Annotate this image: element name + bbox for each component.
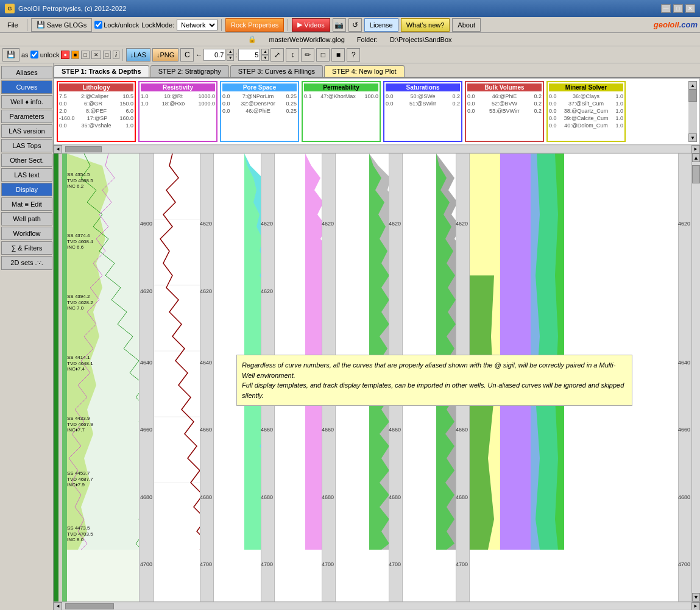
fill-tool[interactable]: ■ (331, 48, 345, 62)
red-btn[interactable]: ● (61, 51, 69, 59)
bottom-h-thumb[interactable] (65, 603, 114, 609)
sidebar-item-las-tops[interactable]: LAS Tops (1, 139, 52, 152)
scroll-down-btn[interactable]: ▼ (692, 593, 700, 601)
unlock-checkbox2[interactable] (30, 51, 38, 59)
sidebar-item-las-text[interactable]: LAS text (1, 168, 52, 182)
scroll-track[interactable] (692, 162, 700, 593)
bottom-h-left[interactable]: ◄ (54, 602, 62, 611)
menu-file[interactable]: File (2, 20, 23, 30)
sidebar-item-aliases[interactable]: Aliases (1, 66, 52, 79)
tab-step4[interactable]: STEP 4: New log Plot (324, 65, 405, 77)
arrow-label: ← (196, 51, 202, 59)
orange-btn2[interactable]: ■ (71, 51, 79, 59)
well-shot-3: SS 4394.2TVD 4628.2INC 7.0 (67, 294, 93, 311)
videos-button[interactable]: ▶ Videos (292, 18, 330, 32)
h-scroll-thumb[interactable] (65, 146, 102, 152)
h-scroll-track[interactable] (62, 146, 691, 152)
help-btn[interactable]: ? (347, 48, 360, 62)
scroll-up-btn[interactable]: ▲ (692, 154, 700, 162)
save-glogs-button[interactable]: 💾 Save GLOGs (31, 18, 92, 32)
pencil-tool[interactable]: ✏ (301, 48, 314, 62)
folder-path: D:\Projects\SandBox (390, 36, 452, 43)
depth-4660: 4660 (140, 427, 152, 433)
lockmode-label: LockMode: (141, 21, 174, 29)
zoom-tool[interactable]: ⤢ (270, 48, 284, 62)
scroll-thumb[interactable] (688, 90, 697, 102)
scroll-track[interactable] (688, 90, 697, 133)
sidebar-item-well-path[interactable]: Well path (1, 212, 52, 225)
sidebar-item-workflow[interactable]: Workflow (1, 227, 52, 240)
depth-from-input[interactable] (203, 49, 225, 61)
about-button[interactable]: About (452, 18, 481, 32)
minimize-button[interactable]: — (661, 4, 671, 13)
whats-new-button[interactable]: What's new? (401, 18, 450, 32)
lock-unlock-checkbox[interactable] (94, 21, 102, 29)
depth-to-input[interactable] (238, 49, 260, 61)
header-scrollbar[interactable]: ▲ ▼ (688, 81, 697, 142)
sidebar-item-parameters[interactable]: Parameters (1, 110, 52, 123)
from-up[interactable]: ▲ (227, 49, 234, 55)
tab-step3[interactable]: STEP 3: Curves & Fillings (230, 65, 323, 77)
camera-button[interactable]: 📷 (333, 18, 346, 32)
sidebar-item-other-sect[interactable]: Other Sect. (1, 154, 52, 167)
sidebar-item-filters[interactable]: ∑ & Filters (1, 241, 52, 255)
right-scrollbar[interactable]: ▲ ▼ (691, 154, 700, 601)
to-up[interactable]: ▲ (261, 49, 269, 55)
sidebar-item-mat-edit[interactable]: Mat ≡ Edit (1, 197, 52, 211)
curve-row: 0.147:@KhorMax100.0 (304, 93, 378, 100)
curve-row: 0.040:@Dolom_Cum1.0 (549, 122, 623, 129)
logo: geoloil.com (654, 20, 698, 29)
sidebar-item-2d-sets[interactable]: 2D sets .∵. (1, 256, 52, 270)
app-icon: G (5, 4, 15, 13)
track-header-lithology: Lithology 7.52:@Caliper10.5 0.06:@GR150.… (57, 81, 136, 142)
maximize-button[interactable]: □ (673, 4, 683, 13)
sidebar-item-las-version[interactable]: LAS version (1, 124, 52, 138)
gray-btn[interactable]: □ (81, 51, 89, 59)
h-scrollbar[interactable]: ◄ ► (54, 145, 700, 154)
lithology-track: SS 4354.5TVD 4568.5INC 6.2 SS 4374.4TVD … (54, 154, 154, 601)
sidebar-item-curves[interactable]: Curves (1, 80, 52, 94)
scroll-down-arrow[interactable]: ▼ (688, 133, 697, 142)
track-header-bulk-volumes: Bulk Volumes 0.046:@PhiE0.2 0.052:@BVW0.… (465, 81, 544, 142)
scroll-up-arrow[interactable]: ▲ (688, 81, 697, 90)
sidebar-item-display[interactable]: Display (1, 183, 52, 196)
save-icon: 💾 (37, 21, 45, 29)
refresh-button[interactable]: ↺ (348, 18, 362, 32)
sidebar-item-well-info[interactable]: Well ♦ info. (1, 95, 52, 108)
lockmode-select[interactable]: Network Local Cloud (177, 19, 217, 31)
depth-strip-resist: 4620 4620 4640 4660 4680 4700 (200, 154, 213, 601)
close-button[interactable]: ✕ (685, 4, 695, 13)
x-btn[interactable]: ✕ (91, 51, 101, 59)
license-button[interactable]: License (364, 18, 398, 32)
tab-step1[interactable]: STEP 1: Tracks & Depths (54, 65, 149, 77)
scroll-thumb[interactable] (692, 165, 700, 183)
curve-row: 0.07:@NPorLim0.25 (222, 93, 297, 100)
h-scroll-left[interactable]: ◄ (54, 145, 62, 154)
las-download-btn[interactable]: ↓LAS (126, 48, 150, 62)
png-download-btn[interactable]: ↓PNG (152, 48, 179, 62)
c-button[interactable]: C (180, 48, 194, 62)
move-tool[interactable]: ↕ (286, 48, 299, 62)
bottom-h-scrollbar[interactable]: ◄ ► (54, 601, 700, 610)
window-controls: — □ ✕ (661, 4, 695, 13)
rock-properties-button[interactable]: Rock Properties (225, 18, 284, 32)
title-bar: G GeolOil Petrophysics, (c) 2012-2022 — … (0, 0, 700, 17)
bottom-h-track[interactable] (62, 603, 691, 609)
from-down[interactable]: ▼ (227, 55, 234, 61)
square-tool[interactable]: □ (316, 48, 330, 62)
track-title-bulk-volumes: Bulk Volumes (467, 83, 542, 91)
info-btn[interactable]: i (113, 51, 119, 59)
save-btn2[interactable]: 💾 (2, 48, 19, 62)
curve-row: 0.032:@DensPor0.25 (222, 100, 297, 107)
bottom-h-right[interactable]: ► (691, 602, 700, 611)
tab-step2[interactable]: STEP 2: Stratigraphy (150, 65, 229, 77)
depth-range-control: ← ▲ ▼ : ▲ ▼ (196, 49, 269, 61)
sq-btn[interactable]: □ (103, 51, 111, 59)
h-scroll-right[interactable]: ► (691, 145, 700, 154)
from-stepper: ▲ ▼ (227, 49, 234, 61)
log-display: SS 4354.5TVD 4568.5INC 6.2 SS 4374.4TVD … (54, 154, 700, 601)
depth-4620: 4620 (140, 288, 152, 294)
app-title: GeolOil Petrophysics, (c) 2012-2022 (18, 5, 657, 12)
to-down[interactable]: ▼ (261, 55, 269, 61)
curve-row: 2.08:@PEF6.0 (59, 107, 133, 115)
